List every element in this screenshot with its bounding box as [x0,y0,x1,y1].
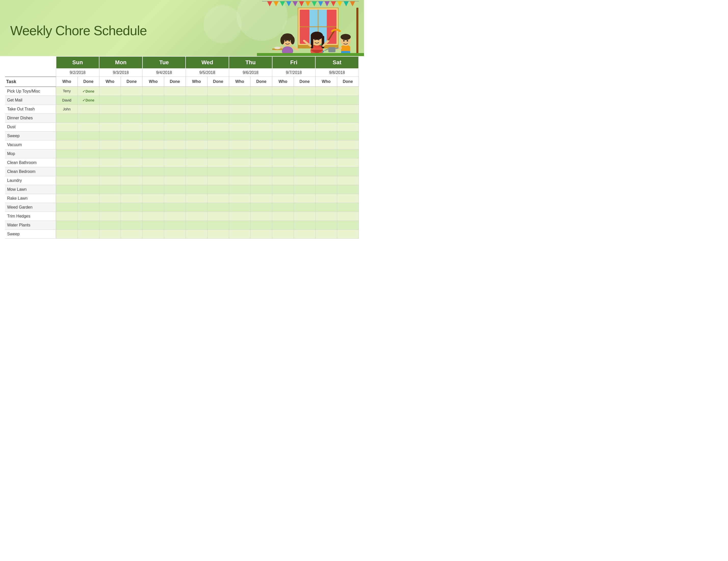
who-cell[interactable] [186,176,207,185]
done-cell[interactable] [337,167,359,176]
who-cell[interactable] [315,220,337,229]
who-cell[interactable] [272,113,294,122]
who-cell[interactable] [272,176,294,185]
who-cell[interactable] [99,203,121,212]
who-cell[interactable] [186,229,207,238]
who-cell[interactable] [56,212,78,220]
who-cell[interactable] [272,229,294,238]
who-cell[interactable] [186,220,207,229]
who-cell[interactable] [229,203,251,212]
who-cell[interactable] [229,185,251,194]
done-cell[interactable] [337,158,359,167]
who-cell[interactable] [99,122,121,131]
done-cell[interactable] [251,140,272,149]
done-cell[interactable] [121,140,142,149]
done-cell[interactable] [77,194,99,203]
done-cell[interactable] [337,122,359,131]
who-cell[interactable] [315,167,337,176]
done-cell[interactable] [164,149,186,158]
done-cell[interactable] [164,104,186,113]
who-cell[interactable] [142,220,164,229]
done-cell[interactable] [207,131,229,140]
done-cell[interactable] [337,87,359,96]
who-cell[interactable] [142,122,164,131]
task-name[interactable]: Clean Bedroom [5,167,56,176]
done-cell[interactable] [337,194,359,203]
who-cell[interactable] [229,167,251,176]
done-cell[interactable] [294,212,315,220]
who-cell[interactable] [56,167,78,176]
done-cell[interactable] [251,158,272,167]
who-cell[interactable] [56,194,78,203]
done-cell[interactable] [294,203,315,212]
who-cell[interactable] [315,229,337,238]
done-cell[interactable] [294,131,315,140]
who-cell[interactable] [142,131,164,140]
who-cell[interactable] [99,140,121,149]
who-cell[interactable] [99,87,121,96]
done-cell[interactable] [337,149,359,158]
done-cell[interactable] [337,203,359,212]
done-cell[interactable] [207,220,229,229]
done-cell[interactable] [77,176,99,185]
who-cell[interactable] [229,113,251,122]
task-name[interactable]: Water Plants [5,220,56,229]
done-cell[interactable] [121,229,142,238]
done-cell[interactable] [337,140,359,149]
who-cell[interactable] [142,149,164,158]
done-cell[interactable] [207,212,229,220]
who-cell[interactable] [186,96,207,104]
done-cell[interactable] [207,104,229,113]
who-cell[interactable] [229,220,251,229]
who-cell[interactable] [272,96,294,104]
done-cell[interactable] [251,122,272,131]
who-cell[interactable] [186,149,207,158]
done-cell[interactable] [164,131,186,140]
done-cell[interactable] [77,149,99,158]
done-cell[interactable] [207,203,229,212]
who-cell[interactable] [229,158,251,167]
who-cell[interactable] [56,203,78,212]
who-cell[interactable] [272,131,294,140]
done-cell[interactable] [251,131,272,140]
who-cell[interactable] [56,158,78,167]
done-cell[interactable] [251,220,272,229]
who-cell[interactable] [142,203,164,212]
done-cell[interactable] [251,149,272,158]
done-cell[interactable] [121,220,142,229]
who-cell[interactable] [142,185,164,194]
who-cell[interactable] [99,158,121,167]
done-cell[interactable] [294,185,315,194]
task-name[interactable]: Dust [5,122,56,131]
done-cell[interactable] [207,140,229,149]
done-cell[interactable] [121,96,142,104]
who-cell[interactable] [99,176,121,185]
who-cell[interactable] [56,140,78,149]
task-name[interactable]: Pick Up Toys/Misc [5,87,56,96]
who-cell[interactable] [315,140,337,149]
done-cell[interactable] [337,96,359,104]
done-cell[interactable] [207,122,229,131]
task-name[interactable]: Clean Bathroom [5,158,56,167]
who-cell[interactable] [186,131,207,140]
done-cell[interactable] [164,167,186,176]
who-cell[interactable] [272,158,294,167]
done-cell[interactable] [251,96,272,104]
who-cell[interactable] [229,176,251,185]
done-cell[interactable] [77,203,99,212]
done-cell[interactable] [164,203,186,212]
done-cell[interactable] [121,212,142,220]
who-cell[interactable] [99,212,121,220]
who-cell[interactable] [142,113,164,122]
done-cell[interactable] [121,203,142,212]
done-cell[interactable] [294,96,315,104]
done-cell[interactable] [337,185,359,194]
who-cell[interactable] [56,149,78,158]
done-cell[interactable] [77,113,99,122]
task-name[interactable]: Sweep [5,229,56,238]
done-cell[interactable] [251,104,272,113]
done-cell[interactable] [121,104,142,113]
who-cell[interactable] [56,122,78,131]
who-cell[interactable] [272,185,294,194]
done-cell[interactable] [121,158,142,167]
